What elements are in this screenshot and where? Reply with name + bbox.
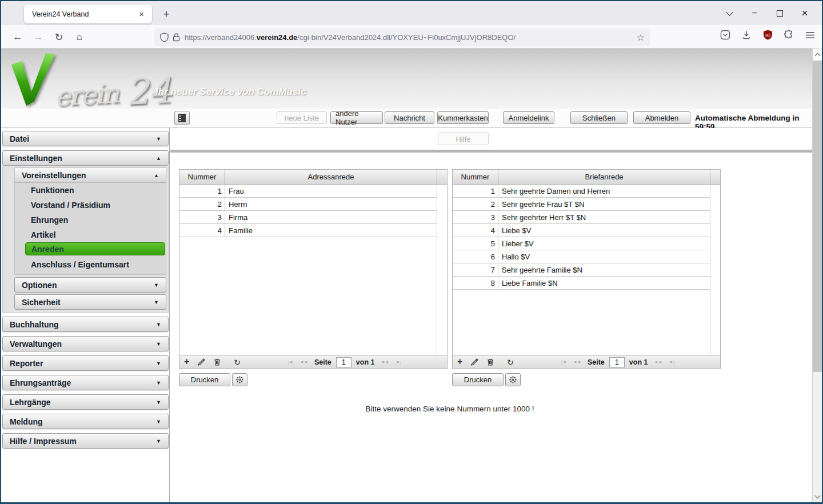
drucken-button-briefanrede[interactable]: Drucken [452,373,504,386]
sidebar-item-hilfe-impressum[interactable]: Hilfe / Impressum▼ [2,433,169,449]
list-all-tabs-icon[interactable] [717,1,742,25]
sidebar-item-lehrgaenge[interactable]: Lehrgänge▼ [2,394,169,410]
sidebar-item-vorstand-praesidium[interactable]: Vorstand / Präsidium [15,198,166,213]
drucken-button-adressanrede[interactable]: Drucken [179,373,230,386]
table-row[interactable]: 8Liebe Familie $N [453,277,710,290]
window-border-left [0,0,1,504]
scroll-down-button[interactable] [813,491,822,502]
sidebar-item-anschluss-eigentumsart[interactable]: Anschluss / Eigentumsart [15,257,166,272]
neue-liste-button[interactable]: neue Liste [277,111,327,124]
print-settings-gear-icon[interactable] [232,373,247,386]
sidebar-item-einstellungen[interactable]: Einstellungen▲ [2,150,169,166]
home-icon[interactable]: ⌂ [71,29,88,46]
sidebar-item-verwaltungen[interactable]: Verwaltungen▼ [2,336,169,351]
table-row[interactable]: 7Sehr geehrte Familie $N [453,263,710,277]
table-row[interactable]: 3Firma [179,211,437,224]
tab-close-icon[interactable]: × [137,9,146,19]
hilfe-button[interactable]: Hilfe [438,133,489,145]
delete-row-icon[interactable] [487,358,494,366]
downloads-icon[interactable] [740,29,753,41]
cell-text: Lieber $V [498,237,710,250]
sidebar-item-artikel[interactable]: Artikel [15,227,166,242]
table-row[interactable]: 3Sehr geehrter Herr $T $N [453,211,710,224]
kummerkasten-button[interactable]: Kummerkasten [437,111,489,124]
lock-icon[interactable] [173,33,180,42]
first-page-icon[interactable]: |◄ [561,359,566,365]
window-close-button[interactable]: × [792,1,817,25]
tab-title: Verein24 Verband [32,10,137,18]
column-header-briefanrede[interactable]: Briefanrede [498,170,710,184]
andere-nutzer-button[interactable]: andere Nutzer [330,111,383,124]
url-bar[interactable]: https://verband24006.verein24.de/cgi-bin… [154,28,650,46]
horizontal-divider [170,150,812,153]
page-number-input[interactable] [609,357,625,367]
table-row[interactable]: 4Familie [179,224,437,237]
table-body: 1Sehr geehrte Damen und Herren 2Sehr gee… [453,185,720,355]
table-row[interactable]: 2Herrn [179,198,437,211]
add-row-icon[interactable]: + [457,357,462,367]
cell-nummer: 5 [453,237,498,250]
reload-icon[interactable]: ↻ [50,29,67,46]
last-page-icon[interactable]: ►| [669,359,674,365]
sidebar-item-voreinstellungen[interactable]: Voreinstellungen▲ [15,168,166,183]
first-page-icon[interactable]: |◄ [288,359,293,365]
list-icon [178,114,186,122]
ublock-origin-icon[interactable]: uO [761,29,774,41]
refresh-icon[interactable]: ↻ [234,358,241,367]
logo-v-icon [7,52,59,107]
menu-toggle-button[interactable] [174,111,190,125]
prev-page-icon[interactable]: ◄◄ [299,359,307,365]
edit-row-icon[interactable] [198,358,205,366]
print-settings-gear-icon[interactable] [505,373,521,386]
sidebar-item-funktionen[interactable]: Funktionen [15,183,166,198]
sidebar-item-sicherheit[interactable]: Sicherheit▼ [14,294,166,310]
next-page-icon[interactable]: ►► [654,359,662,365]
column-header-nummer[interactable]: Nummer [179,170,225,184]
abmelden-button[interactable]: Abmelden [633,111,690,124]
nachricht-button[interactable]: Nachricht [385,111,434,124]
table-row[interactable]: 5Lieber $V [453,237,710,250]
pocket-save-icon[interactable] [719,29,732,41]
sidebar-item-ehrungsantraege[interactable]: Ehrungsanträge▼ [2,375,169,390]
sidebar-item-meldung[interactable]: Meldung▼ [2,414,169,429]
edit-row-icon[interactable] [471,358,478,366]
schliessen-button[interactable]: Schließen [570,111,628,124]
column-header-adressanrede[interactable]: Adressanrede [225,170,437,184]
prev-page-icon[interactable]: ◄◄ [573,359,581,365]
next-page-icon[interactable]: ►► [381,359,389,365]
anmeldelink-button[interactable]: Anmeldelink [503,111,554,124]
table-row[interactable]: 6Hallo $V [453,250,710,263]
forward-icon[interactable]: → [30,29,47,46]
column-header-nummer[interactable]: Nummer [453,170,498,184]
table-row[interactable]: 1Sehr geehrte Damen und Herren [453,185,710,198]
delete-row-icon[interactable] [214,358,221,366]
sidebar-item-buchhaltung[interactable]: Buchhaltung▼ [2,317,169,332]
extensions-puzzle-icon[interactable] [782,29,795,41]
table-row[interactable]: 1Frau [179,185,437,198]
sidebar-item-reporter[interactable]: Reporter▼ [2,355,169,371]
window-maximize-button[interactable] [767,1,792,25]
new-tab-button[interactable]: + [159,7,174,22]
cell-text: Sehr geehrte Familie $N [498,263,710,276]
page-number-input[interactable] [336,357,351,367]
table-row[interactable]: 4Liebe $V [453,224,710,237]
bookmark-star-icon[interactable]: ☆ [637,32,645,43]
table-row[interactable]: 2Sehr geehrte Frau $T $N [453,198,710,211]
refresh-icon[interactable]: ↻ [507,358,514,367]
sidebar-item-datei[interactable]: Datei▼ [2,131,169,146]
scroll-up-button[interactable] [813,49,822,60]
page-scrollbar[interactable] [812,49,822,502]
shield-icon[interactable] [160,33,169,42]
browser-tab[interactable]: Verein24 Verband × [24,5,152,23]
sidebar-item-optionen[interactable]: Optionen▼ [14,277,166,293]
menu-hamburger-icon[interactable] [804,29,816,41]
cell-nummer: 4 [179,224,225,237]
add-row-icon[interactable]: + [184,357,189,367]
scrollbar-thumb[interactable] [813,61,822,372]
sidebar-item-anreden[interactable]: Anreden [25,242,165,255]
back-icon[interactable]: ← [9,29,26,46]
sidebar-item-ehrungen[interactable]: Ehrungen [15,213,166,227]
window-minimize-button[interactable]: − [742,1,767,25]
cell-text: Sehr geehrte Frau $T $N [498,198,710,210]
last-page-icon[interactable]: ►| [396,359,401,365]
